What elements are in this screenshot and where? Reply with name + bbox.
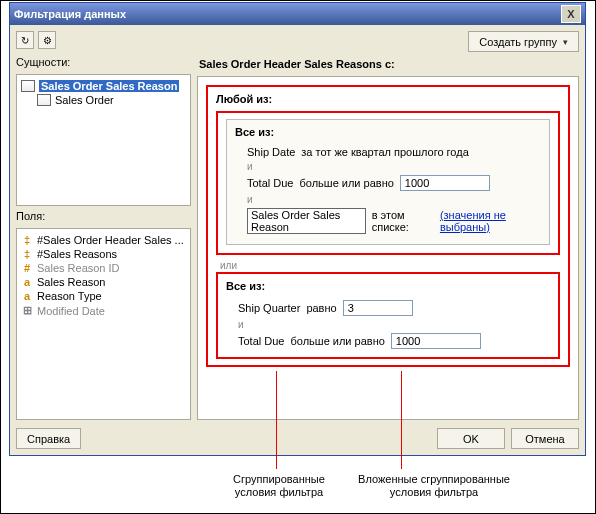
field-label: Sales Reason: [37, 276, 106, 288]
fields-label: Поля:: [16, 210, 191, 222]
cancel-button[interactable]: Отмена: [511, 428, 579, 449]
settings-icon[interactable]: ⚙: [38, 31, 56, 49]
entity-root[interactable]: Sales Order Sales Reason: [39, 80, 179, 92]
close-button[interactable]: X: [561, 5, 581, 23]
cond-field[interactable]: Ship Date: [247, 146, 295, 158]
field-label: #Sales Reasons: [37, 248, 117, 260]
field-glyph-icon: a: [21, 290, 33, 302]
field-glyph-icon: a: [21, 276, 33, 288]
field-row[interactable]: ⊞Modified Date: [21, 303, 186, 318]
cond-field[interactable]: Ship Quarter: [238, 302, 300, 314]
cond-op[interactable]: за тот же квартал прошлого года: [301, 146, 468, 158]
and-label: и: [226, 318, 550, 331]
and-label: и: [235, 193, 541, 206]
callout-line: [276, 371, 277, 469]
refresh-icon[interactable]: ↻: [16, 31, 34, 49]
field-row[interactable]: aSales Reason: [21, 275, 186, 289]
filter-dialog: Фильтрация данных X ↻ ⚙ Создать группу С…: [9, 2, 586, 456]
help-button[interactable]: Справка: [16, 428, 81, 449]
value-input[interactable]: [343, 300, 413, 316]
inner-group-1: Все из: Ship Date за тот же квартал прош…: [216, 111, 560, 255]
entities-label: Сущности:: [16, 56, 191, 68]
ok-button[interactable]: OK: [437, 428, 505, 449]
field-glyph-icon: #: [21, 262, 33, 274]
field-row[interactable]: #Sales Reason ID: [21, 261, 186, 275]
entity-child[interactable]: Sales Order: [55, 94, 114, 106]
field-label: #Sales Order Header Sales ...: [37, 234, 184, 246]
field-glyph-icon: ‡: [21, 248, 33, 260]
fields-list[interactable]: ‡#Sales Order Header Sales ...‡#Sales Re…: [16, 228, 191, 420]
inner-group-2: Все из: Ship Quarter равно и Total Due б…: [216, 272, 560, 359]
field-label: Reason Type: [37, 290, 102, 302]
titlebar: Фильтрация данных X: [10, 3, 585, 25]
value-link[interactable]: (значения не выбраны): [440, 209, 541, 233]
or-label: или: [216, 259, 560, 272]
field-label: Sales Reason ID: [37, 262, 120, 274]
conditions-header: Sales Order Header Sales Reasons с:: [199, 58, 579, 70]
and-label: и: [235, 160, 541, 173]
cond-field[interactable]: Sales Order Sales Reason: [247, 208, 366, 234]
outer-group: Любой из: Все из: Ship Date за тот же кв…: [206, 85, 570, 367]
create-group-button[interactable]: Создать группу: [468, 31, 579, 52]
cond-op[interactable]: в этом списке:: [372, 209, 434, 233]
cond-op[interactable]: больше или равно: [299, 177, 393, 189]
conditions-panel: Любой из: Все из: Ship Date за тот же кв…: [197, 76, 579, 420]
callout-right: Вложенные сгруппированные условия фильтр…: [339, 473, 529, 499]
any-of-label[interactable]: Любой из:: [216, 93, 560, 105]
field-row[interactable]: ‡#Sales Reasons: [21, 247, 186, 261]
table-icon: [37, 94, 51, 106]
field-label: Modified Date: [37, 305, 105, 317]
field-glyph-icon: ‡: [21, 234, 33, 246]
cond-field[interactable]: Total Due: [238, 335, 284, 347]
all-of-label[interactable]: Все из:: [226, 280, 550, 292]
cond-field[interactable]: Total Due: [247, 177, 293, 189]
window-title: Фильтрация данных: [14, 8, 561, 20]
field-row[interactable]: aReason Type: [21, 289, 186, 303]
all-of-label[interactable]: Все из:: [235, 126, 541, 138]
callout-left: Сгруппированные условия фильтра: [209, 473, 349, 499]
value-input[interactable]: [400, 175, 490, 191]
cond-op[interactable]: равно: [306, 302, 336, 314]
entities-tree[interactable]: Sales Order Sales Reason Sales Order: [16, 74, 191, 206]
cond-op[interactable]: больше или равно: [290, 335, 384, 347]
field-glyph-icon: ⊞: [21, 304, 33, 317]
field-row[interactable]: ‡#Sales Order Header Sales ...: [21, 233, 186, 247]
value-input[interactable]: [391, 333, 481, 349]
callout-line: [401, 371, 402, 469]
table-icon: [21, 80, 35, 92]
